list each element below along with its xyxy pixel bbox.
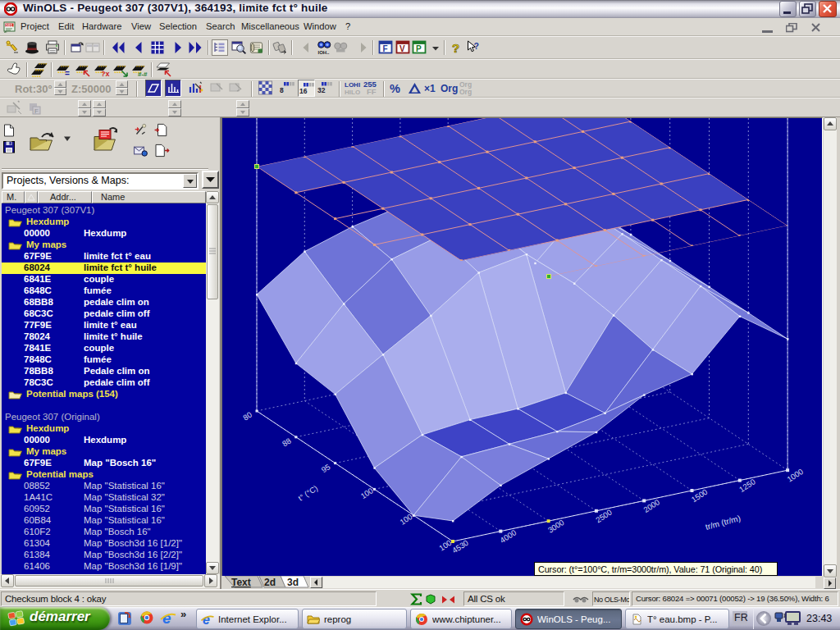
- svg-text:×1: ×1: [424, 83, 436, 94]
- svg-text:IOH..: IOH..: [318, 50, 330, 55]
- svg-text:LOHI: LOHI: [345, 81, 360, 89]
- svg-text:P: P: [416, 44, 422, 53]
- svg-text:FF: FF: [367, 87, 377, 96]
- svg-text:3d: 3d: [287, 577, 299, 588]
- svg-text:=: =: [65, 69, 70, 78]
- svg-text:V: V: [399, 44, 405, 53]
- svg-text:#-#: #-#: [138, 71, 148, 78]
- svg-text:F: F: [383, 44, 388, 53]
- svg-text:?: ?: [474, 41, 479, 51]
- svg-text:HILO: HILO: [345, 89, 360, 96]
- svg-text:?x: ?x: [101, 70, 110, 78]
- svg-text:%: %: [390, 82, 400, 95]
- svg-text:8: 8: [280, 86, 284, 94]
- svg-text:?: ?: [452, 41, 459, 55]
- svg-text:16: 16: [299, 87, 308, 95]
- svg-text:Text: Text: [231, 577, 251, 588]
- svg-text:Org: Org: [441, 83, 458, 94]
- svg-text:e: e: [162, 610, 171, 627]
- svg-text:»: »: [180, 610, 186, 620]
- svg-text:F: F: [34, 107, 39, 115]
- svg-text:2d: 2d: [264, 577, 276, 588]
- svg-text:101: 101: [6, 23, 13, 28]
- svg-text:32: 32: [317, 86, 326, 94]
- svg-text:Org: Org: [459, 88, 472, 96]
